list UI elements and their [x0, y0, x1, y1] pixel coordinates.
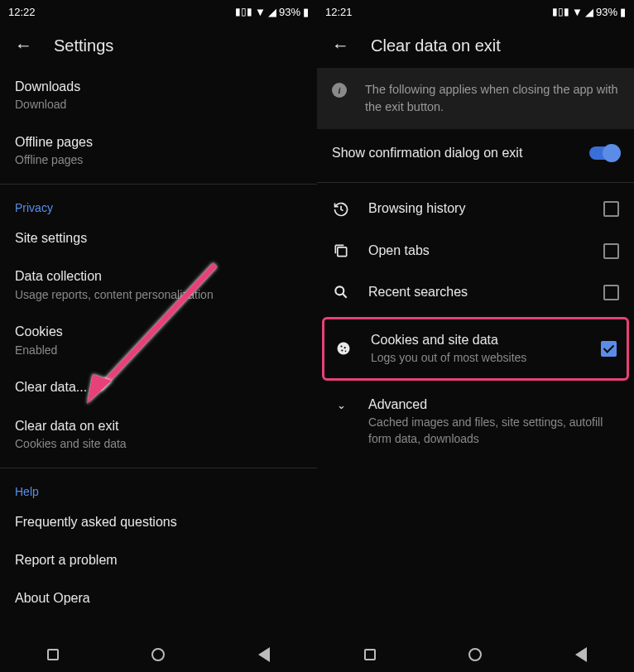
info-text: The following applies when closing the a…: [365, 81, 619, 116]
status-time: 12:21: [325, 6, 353, 18]
search-icon: [332, 283, 350, 301]
item-cookies[interactable]: Cookies Enabled: [0, 313, 317, 368]
svg-point-8: [341, 349, 343, 351]
item-data-collection[interactable]: Data collection Usage reports, content p…: [0, 257, 317, 313]
item-report-problem[interactable]: Report a problem: [0, 541, 317, 579]
svg-point-5: [338, 343, 350, 355]
svg-line-4: [343, 294, 347, 298]
page-title: Settings: [54, 36, 113, 55]
vibrate-icon: ▮▯▮: [552, 6, 569, 17]
status-icons: ▮▯▮ ▼ ◢ 93% ▮: [552, 6, 626, 18]
settings-list[interactable]: Downloads Download Offline pages Offline…: [0, 68, 317, 636]
row-browsing-history[interactable]: Browsing history: [317, 188, 634, 229]
back-button[interactable]: ←: [15, 36, 32, 55]
cookie-icon: [334, 339, 353, 358]
status-icons: ▮▯▮ ▼ ◢ 93% ▮: [235, 6, 309, 18]
wifi-icon: ▼: [572, 6, 583, 18]
screen-clear-data-on-exit: 12:21 ▮▯▮ ▼ ◢ 93% ▮ ← Clear data on exit…: [317, 0, 634, 672]
signal-icon: ◢: [268, 6, 276, 18]
history-icon: [332, 200, 350, 218]
divider: [0, 184, 317, 185]
status-bar: 12:22 ▮▯▮ ▼ ◢ 93% ▮: [0, 0, 317, 23]
nav-back[interactable]: [573, 646, 589, 663]
row-cookies-site-data[interactable]: Cookies and site data Logs you out of mo…: [322, 317, 629, 381]
toggle-switch[interactable]: [589, 146, 619, 160]
item-faq[interactable]: Frequently asked questions: [0, 503, 317, 541]
clear-data-list[interactable]: i The following applies when closing the…: [317, 68, 634, 636]
back-button[interactable]: ←: [332, 36, 349, 55]
svg-point-6: [340, 345, 342, 347]
page-title: Clear data on exit: [371, 36, 501, 55]
screen-settings: 12:22 ▮▯▮ ▼ ◢ 93% ▮ ← Settings Downloads…: [0, 0, 317, 672]
item-about-opera[interactable]: About Opera: [0, 579, 317, 617]
svg-rect-2: [338, 247, 347, 257]
toggle-confirmation-dialog[interactable]: Show confirmation dialog on exit: [317, 129, 634, 177]
section-privacy: Privacy: [0, 190, 317, 219]
nav-home[interactable]: [150, 646, 166, 663]
nav-bar: [317, 636, 634, 672]
svg-point-7: [344, 347, 346, 348]
svg-point-3: [335, 287, 343, 295]
item-offline-pages[interactable]: Offline pages Offline pages: [0, 123, 317, 179]
item-clear-data-on-exit[interactable]: Clear data on exit Cookies and site data: [0, 407, 317, 463]
nav-bar: [0, 636, 317, 672]
svg-point-9: [345, 351, 347, 353]
signal-icon: ◢: [585, 6, 593, 18]
chevron-down-icon: ⌄: [332, 399, 350, 411]
nav-recents[interactable]: [362, 646, 378, 663]
info-banner: i The following applies when closing the…: [317, 68, 634, 129]
battery-percent: 93%: [279, 6, 300, 18]
divider: [317, 182, 634, 183]
status-bar: 12:21 ▮▯▮ ▼ ◢ 93% ▮: [317, 0, 634, 23]
row-recent-searches[interactable]: Recent searches: [317, 271, 634, 313]
checkbox[interactable]: [603, 285, 619, 300]
checkbox[interactable]: [601, 341, 617, 357]
item-clear-data[interactable]: Clear data...: [0, 368, 317, 406]
vibrate-icon: ▮▯▮: [235, 6, 252, 17]
battery-icon: ▮: [303, 6, 309, 18]
wifi-icon: ▼: [255, 6, 266, 18]
divider: [0, 468, 317, 468]
row-open-tabs[interactable]: Open tabs: [317, 230, 634, 271]
nav-home[interactable]: [467, 646, 483, 663]
battery-icon: ▮: [620, 6, 626, 18]
row-advanced[interactable]: ⌄ Advanced Cached images and files, site…: [317, 384, 634, 459]
nav-back[interactable]: [256, 646, 272, 663]
section-help: Help: [0, 473, 317, 503]
checkbox[interactable]: [603, 201, 619, 217]
info-icon: i: [332, 83, 347, 98]
app-bar: ← Clear data on exit: [317, 23, 634, 68]
item-site-settings[interactable]: Site settings: [0, 219, 317, 257]
status-time: 12:22: [8, 6, 36, 18]
nav-recents[interactable]: [45, 646, 61, 663]
tabs-icon: [332, 242, 350, 260]
app-bar: ← Settings: [0, 23, 317, 68]
battery-percent: 93%: [596, 6, 617, 18]
checkbox[interactable]: [603, 243, 619, 259]
item-downloads[interactable]: Downloads Download: [0, 68, 317, 123]
